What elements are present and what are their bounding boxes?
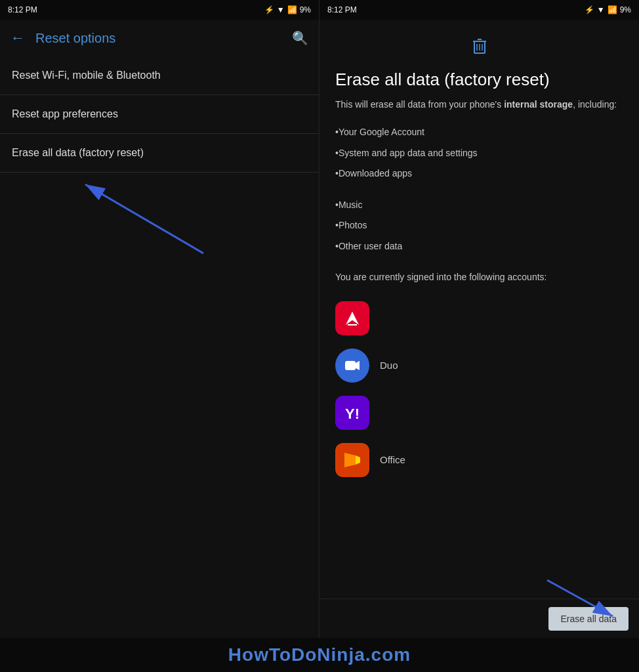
duo-label: Duo: [380, 360, 398, 371]
left-status-bar: 8:12 PM ⚡ ▼ 📶 9%: [0, 0, 319, 20]
adobe-icon: [335, 301, 369, 335]
erase-title: Erase all data (factory reset): [335, 70, 623, 90]
left-status-icons: ⚡ ▼ 📶 9%: [264, 5, 311, 14]
menu-item-wifi[interactable]: Reset Wi-Fi, mobile & Bluetooth: [0, 56, 319, 95]
page-title: Reset options: [35, 31, 281, 46]
r-signal-icon: 📶: [608, 5, 617, 14]
back-button[interactable]: ←: [10, 30, 25, 47]
svg-marker-9: [350, 312, 359, 325]
signal-icon: 📶: [287, 5, 297, 14]
right-status-bar: 8:12 PM ⚡ ▼ 📶 9%: [320, 0, 639, 20]
svg-marker-12: [356, 361, 360, 370]
right-content-scroll[interactable]: Erase all data (factory reset) This will…: [320, 20, 639, 598]
right-status-time: 8:12 PM: [327, 5, 357, 14]
r-wifi-icon: ▼: [597, 5, 605, 14]
battery-text: 9%: [300, 5, 311, 14]
left-status-time: 8:12 PM: [8, 5, 37, 14]
erase-description: This will erase all data from your phone…: [335, 98, 623, 112]
r-bluetooth-icon: ⚡: [585, 5, 594, 14]
r-battery-text: 9%: [620, 5, 631, 14]
account-yahoo: Y!: [335, 389, 623, 436]
wifi-icon: ▼: [277, 5, 285, 14]
signed-in-text: You are currently signed into the follow…: [335, 270, 623, 284]
menu-item-app[interactable]: Reset app preferences: [0, 95, 319, 134]
svg-text:Y!: Y!: [345, 406, 360, 422]
yahoo-icon: Y!: [335, 396, 369, 430]
office-label: Office: [380, 454, 405, 465]
svg-rect-11: [345, 361, 356, 370]
duo-icon: [335, 348, 369, 383]
erase-list-item-5: •Other user data: [335, 236, 623, 257]
office-icon: [335, 443, 369, 477]
bluetooth-icon: ⚡: [264, 5, 274, 14]
trash-icon: [335, 33, 623, 59]
account-office: Office: [335, 436, 623, 484]
watermark-bar: HowToDoNinja.com: [0, 638, 639, 672]
svg-marker-14: [344, 453, 356, 467]
bottom-bar: Erase all data: [320, 598, 639, 638]
watermark-text: HowToDoNinja.com: [228, 644, 411, 665]
erase-list-item-1: •System and app data and settings: [335, 143, 623, 164]
erase-list-item-4: •Photos: [335, 215, 623, 236]
erase-all-data-button[interactable]: Erase all data: [548, 607, 629, 631]
svg-marker-15: [356, 455, 360, 465]
left-toolbar: ← Reset options 🔍: [0, 20, 319, 56]
search-button[interactable]: 🔍: [292, 30, 308, 46]
svg-line-1: [85, 184, 203, 253]
erase-list-item-0: •Your Google Account: [335, 122, 623, 143]
erase-list-item-3: •Music: [335, 195, 623, 216]
account-duo: Duo: [335, 342, 623, 389]
account-adobe: [335, 295, 623, 342]
erase-list-item-2: •Downloaded apps: [335, 163, 623, 184]
right-status-icons: ⚡ ▼ 📶 9%: [585, 5, 631, 14]
menu-item-factory[interactable]: Erase all data (factory reset): [0, 134, 319, 173]
